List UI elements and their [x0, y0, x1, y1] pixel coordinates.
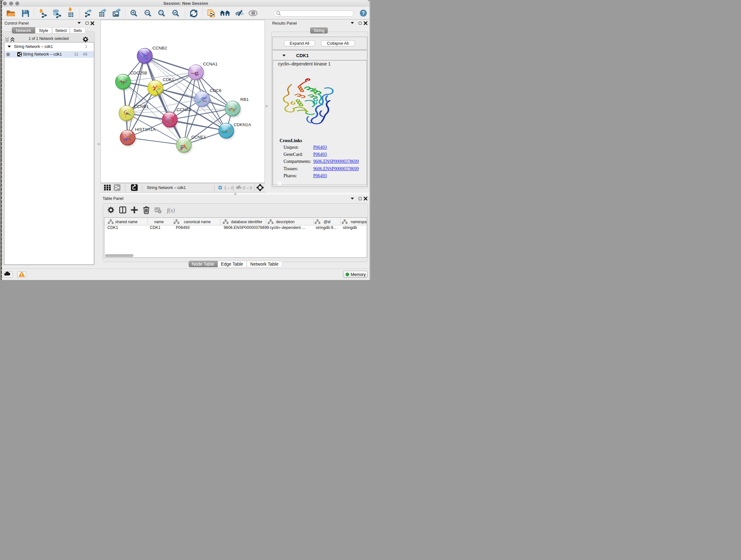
svg-text:CCNE1: CCNE1 — [191, 135, 206, 139]
svg-text:CDC6: CDC6 — [210, 88, 221, 93]
svg-text:RB1: RB1 — [240, 97, 249, 102]
svg-text:0 – 0: 0 – 0 — [243, 186, 252, 190]
svg-text:?: ? — [362, 10, 365, 16]
svg-text:1 – 0: 1 – 0 — [224, 186, 233, 190]
svg-text:CDC25B: CDC25B — [130, 71, 147, 75]
svg-text:CCNB2: CCNB2 — [152, 46, 167, 51]
svg-text:f(x): f(x) — [167, 207, 175, 213]
svg-text:HIST1H1A: HIST1H1A — [135, 127, 156, 132]
svg-text:CCNB1: CCNB1 — [134, 104, 149, 109]
svg-text:CCNA2: CCNA2 — [177, 107, 191, 112]
svg-text:CDKN1A: CDKN1A — [233, 122, 251, 127]
svg-text:String Network – cdk1: String Network – cdk1 — [147, 186, 186, 190]
svg-text:CDK1: CDK1 — [162, 77, 174, 82]
svg-text:CCNA1: CCNA1 — [203, 62, 218, 66]
